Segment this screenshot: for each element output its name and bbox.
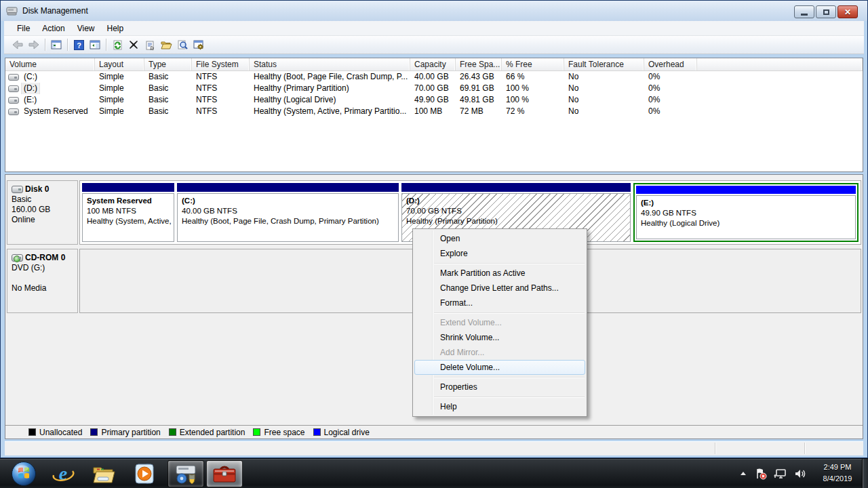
drive-icon [8,85,19,92]
help-icon[interactable]: ? [71,37,87,52]
legend-label: Free space [264,428,304,437]
show-desktop-button[interactable] [862,459,868,488]
cell-file-system: NTFS [192,106,250,117]
network-icon[interactable] [774,468,787,480]
menu-help[interactable]: Help [101,22,130,35]
primary-partition-strip [401,183,631,192]
column-header-capacity[interactable]: Capacity [410,58,456,70]
maximize-icon [823,9,829,15]
windows-start-icon [11,461,37,487]
column-header-overhead[interactable]: Overhead [644,58,697,70]
cell-layout: Simple [95,94,144,106]
table-row-d[interactable]: (D:) Simple Basic NTFS Healthy (Primary … [5,83,863,94]
internet-explorer-button[interactable]: e [45,460,81,487]
primary-partition-strip [177,183,399,192]
show-console-tree-icon[interactable] [48,37,64,52]
column-header-layout[interactable]: Layout [95,58,144,70]
menu-item-mark-partition-active[interactable]: Mark Partition as Active [414,266,585,281]
settings-icon[interactable] [191,37,207,52]
menu-item-change-drive-letter[interactable]: Change Drive Letter and Paths... [414,281,585,296]
close-icon: ✕ [844,7,851,17]
table-row-e[interactable]: (E:) Simple Basic NTFS Healthy (Logical … [5,94,863,106]
partition-c[interactable]: (C:) 40.00 GB NTFS Healthy (Boot, Page F… [177,183,399,242]
partition-e-logical[interactable]: (E:) 49.90 GB NTFS Healthy (Logical Driv… [633,183,859,242]
menu-item-shrink-volume[interactable]: Shrink Volume... [414,330,585,345]
maximize-button[interactable] [816,5,836,18]
cell-free-space: 26.43 GB [456,71,502,83]
volume-icon[interactable] [794,468,806,479]
cell-capacity: 49.90 GB [410,94,456,106]
table-row-system-reserved[interactable]: System Reserved Simple Basic NTFS Health… [5,106,863,117]
partition-status: Healthy (System, Active, [87,216,170,226]
menu-item-help[interactable]: Help [414,399,585,414]
title-bar[interactable]: Disk Management ✕ [1,1,867,21]
partition-name: System Reserved [87,196,170,206]
minimize-button[interactable] [794,5,814,18]
windows-explorer-button[interactable] [85,460,122,487]
disk-management-taskbar-button[interactable] [167,460,204,487]
cell-layout: Simple [95,83,144,94]
menu-item-delete-volume[interactable]: Delete Volume... [414,360,585,375]
cell-fault-tolerance: No [564,94,644,106]
partition-size: 40.00 GB NTFS [182,206,394,216]
menu-item-explore[interactable]: Explore [414,246,585,261]
legend-primary-partition: Primary partition [90,428,160,437]
cell-status: Healthy (Primary Partition) [250,83,410,94]
partition-system-reserved[interactable]: System Reserved 100 MB NTFS Healthy (Sys… [82,183,174,242]
menu-item-properties[interactable]: Properties [414,380,585,394]
partition-name: (D:) [406,196,626,206]
volume-name: System Reserved [22,106,90,117]
refresh-icon[interactable] [109,37,125,52]
disk0-label-panel[interactable]: Disk 0 Basic 160.00 GB Online [7,180,78,245]
status-bar [5,441,863,455]
show-action-pane-icon[interactable] [87,37,103,52]
unallocated-swatch [28,428,36,436]
menu-file[interactable]: File [11,22,36,35]
toolbox-taskbar-button[interactable] [206,460,243,487]
disk-type: DVD (G:) [12,263,76,273]
properties-icon[interactable] [142,37,158,52]
menu-view[interactable]: View [71,22,101,35]
column-header-free-space[interactable]: Free Spa... [456,58,502,70]
cell-file-system: NTFS [192,94,250,106]
partition-status: Healthy (Primary Partition) [406,216,626,226]
column-header-fault-tolerance[interactable]: Fault Tolerance [564,58,644,70]
menu-item-format[interactable]: Format... [414,296,585,310]
column-header-status[interactable]: Status [250,58,410,70]
close-button[interactable]: ✕ [837,5,858,18]
menu-action[interactable]: Action [36,22,71,35]
back-icon[interactable] [9,37,26,52]
cell-layout: Simple [95,106,144,117]
find-icon[interactable] [174,37,191,52]
column-header-volume[interactable]: Volume [5,58,95,70]
forward-icon[interactable] [26,37,42,52]
cell-file-system: NTFS [192,83,250,94]
start-button[interactable] [5,460,42,487]
cell-type: Basic [144,71,192,83]
menu-item-open[interactable]: Open [414,231,585,246]
legend-unallocated: Unallocated [28,428,82,437]
show-hidden-icons-button[interactable] [738,470,748,477]
svg-text:?: ? [77,41,81,49]
open-folder-icon[interactable] [158,37,174,52]
legend-logical-drive: Logical drive [313,428,370,437]
cdrom-label-panel[interactable]: CD-ROM 0 DVD (G:) No Media [7,249,78,313]
column-header-type[interactable]: Type [144,58,192,70]
logical-drive-swatch [313,428,321,436]
media-player-button[interactable] [127,460,164,487]
partition-name: (C:) [182,196,394,206]
action-center-icon[interactable] [755,468,767,480]
cell-status: Healthy (Logical Drive) [250,94,410,106]
delete-icon[interactable] [125,37,142,52]
menu-item-add-mirror: Add Mirror... [414,345,585,360]
cell-fault-tolerance: No [564,106,644,117]
column-header-file-system[interactable]: File System [192,58,250,70]
legend-label: Logical drive [324,428,370,437]
toolbar-separator [67,39,68,51]
cell-type: Basic [144,94,192,106]
legend-extended-partition: Extended partition [169,428,245,437]
toolbar: ? [4,36,864,54]
table-row-c[interactable]: (C:) Simple Basic NTFS Healthy (Boot, Pa… [5,71,863,83]
column-header-pct-free[interactable]: % Free [502,58,564,70]
taskbar-clock[interactable]: 2:49 PM 8/4/2019 [814,462,861,485]
